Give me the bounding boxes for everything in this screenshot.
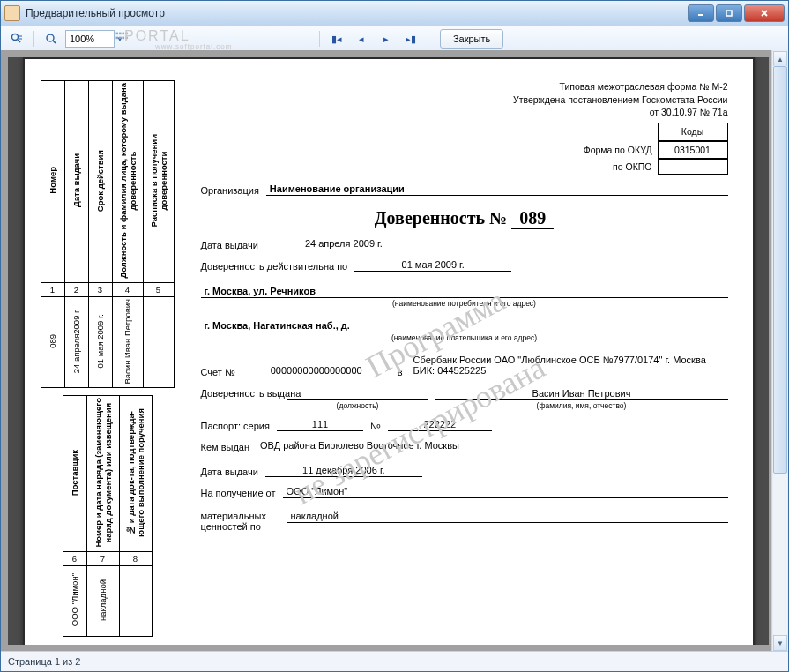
matvalues-label: материальныхценностей по [201, 511, 280, 532]
svg-point-4 [12, 34, 19, 41]
minimize-button[interactable] [688, 4, 714, 22]
zoom-input[interactable] [65, 30, 115, 48]
stub-table-top: Номер Дата выдачи Срок действия Должност… [41, 80, 175, 388]
toolbar-separator [130, 31, 130, 47]
portal-watermark: PORTAL [124, 28, 190, 44]
tearline-column: линия отреза [182, 80, 194, 645]
doc-number: 089 [511, 208, 554, 229]
account-value: 00000000000000000 [242, 365, 391, 377]
stub-colnum: 5 [143, 282, 174, 296]
stub-header: Должность и фамилия лица, которому выдан… [118, 83, 138, 279]
stub-colnum: 7 [86, 551, 119, 565]
stub-colnum: 3 [88, 282, 112, 296]
org-label: Организация [201, 185, 259, 196]
passport-num: 222222 [388, 419, 492, 431]
stub-colnum: 4 [112, 282, 143, 296]
valid-until-value: 01 мая 2009 г. [354, 259, 511, 272]
find-button[interactable] [6, 28, 27, 49]
passport-label: Паспорт: серия [201, 421, 270, 431]
consumer-value: г. Москва, ул. Речников [201, 286, 728, 298]
bank-value: Сбербанк России ОАО "Люблинское ОСБ №797… [410, 355, 728, 377]
toolbar-separator [33, 31, 34, 47]
issued-by-label: Кем выдан [201, 442, 250, 452]
stub-header: Номер и дата наряда (заменяющегонаряд до… [93, 398, 113, 548]
org-value: Наименование организации [266, 183, 728, 196]
document-area: Программа не зарегистрирована Номер Дата… [1, 50, 788, 652]
stub-header: Поставщик [70, 450, 79, 496]
issue-date-value: 24 апреля 2009 г. [265, 238, 422, 250]
matvalues-value: накладной [287, 511, 728, 523]
page-indicator: Страница 1 из 2 [8, 656, 80, 667]
stub-header: Дата выдачи [71, 153, 81, 207]
stub-value: накладной [98, 579, 108, 621]
stub-header: Номер [48, 167, 57, 194]
close-preview-button[interactable]: Закрыть [440, 29, 503, 49]
prev-page-button[interactable]: ◂ [351, 28, 372, 49]
document-main: Типовая межотраслевая форма № М-2 Утверж… [201, 80, 728, 645]
position-caption: (должность) [287, 401, 428, 410]
account-in: в [398, 367, 403, 377]
app-icon [4, 5, 20, 21]
maximize-button[interactable] [716, 4, 742, 22]
last-page-button[interactable]: ▸▮ [400, 28, 421, 49]
window-controls [686, 4, 785, 22]
stub-column: Номер Дата выдачи Срок действия Должност… [41, 80, 175, 645]
scroll-track[interactable] [773, 66, 787, 636]
close-window-button[interactable] [744, 4, 785, 22]
pass-date-value: 11 декабря 2006 г. [265, 465, 422, 477]
app-window: Предварительный просмотр ▼ ▪▪▪▪▪▪▪▪ PORT… [0, 0, 789, 672]
doc-title: Доверенность № 089 [201, 208, 728, 229]
toolbar-separator [428, 31, 428, 47]
form-line: от 30.10.97 № 71а [201, 106, 728, 119]
stub-value: 24 апреля2009 г. [71, 309, 81, 373]
stub-table-bottom: Поставщик Номер и дата наряда (заменяюще… [63, 395, 153, 637]
toolbar: ▼ ▪▪▪▪▪▪▪▪ PORTAL www.softportal.com ▮◂ … [1, 26, 788, 52]
okpo-value [658, 159, 728, 175]
scroll-down-arrow-icon[interactable]: ▼ [773, 635, 787, 651]
zoom-dropdown-icon[interactable]: ▼ [116, 35, 123, 43]
position-value [287, 388, 428, 400]
form-line: Типовая межотраслевая форма № М-2 [201, 80, 728, 93]
vertical-scrollbar[interactable]: ▲ ▼ [771, 50, 788, 652]
account-label: Счет № [201, 367, 235, 377]
scroll-thumb[interactable] [773, 66, 787, 474]
form-header-block: Типовая межотраслевая форма № М-2 Утверж… [201, 80, 728, 175]
stub-header: № и дата док-та, подтвержда-ющего выполн… [126, 408, 145, 537]
next-page-button[interactable]: ▸ [376, 28, 397, 49]
toolbar-separator [319, 31, 320, 47]
stub-value: 01 мая 2009 г. [95, 314, 105, 369]
stub-colnum: 1 [41, 282, 64, 296]
okud-label: Форма по ОКУД [584, 144, 652, 157]
status-bar: Страница 1 из 2 [1, 651, 788, 671]
receive-from-value: ООО "Лимон" [283, 486, 728, 498]
svg-line-9 [53, 41, 56, 43]
payer-caption: (наименование плательщика и его адрес) [201, 333, 728, 342]
form-line: Утверждена постановлением Госкомстата Ро… [201, 93, 728, 107]
kody-label: Коды [658, 123, 728, 141]
svg-line-5 [18, 40, 20, 42]
issue-date-label: Дата выдачи [201, 240, 258, 250]
issued-to-label: Доверенность выдана [201, 388, 280, 399]
person-value: Васин Иван Петрович [435, 388, 728, 400]
person-caption: (фамилия, имя, отчество) [435, 401, 728, 410]
tearline-label: линия отреза [183, 204, 192, 645]
page-viewport[interactable]: Программа не зарегистрирована Номер Дата… [8, 57, 769, 645]
issued-by-value: ОВД района Бирюлево Восточное г. Москвы [257, 440, 727, 452]
scroll-up-arrow-icon[interactable]: ▲ [773, 51, 787, 67]
window-title: Предварительный просмотр [26, 7, 686, 19]
zoom-tool-button[interactable] [41, 28, 62, 49]
stub-value: Васин Иван Петрович [123, 299, 132, 385]
okud-value: 0315001 [658, 141, 728, 160]
stub-value: ООО "Лимон" [70, 573, 79, 626]
passport-series: 111 [277, 419, 363, 431]
stub-header: Срок действия [95, 150, 105, 212]
first-page-button[interactable]: ▮◂ [326, 28, 347, 49]
payer-value: г. Москва, Нагатинская наб., д. [201, 320, 728, 332]
valid-until-label: Доверенность действительна по [201, 261, 348, 272]
svg-point-8 [47, 34, 54, 41]
zoom-box: ▼ [65, 30, 123, 48]
passport-num-label: № [370, 421, 381, 431]
pass-date-label: Дата выдачи [201, 467, 258, 477]
stub-value: 089 [48, 334, 57, 348]
receive-from-label: На получение от [201, 488, 276, 498]
